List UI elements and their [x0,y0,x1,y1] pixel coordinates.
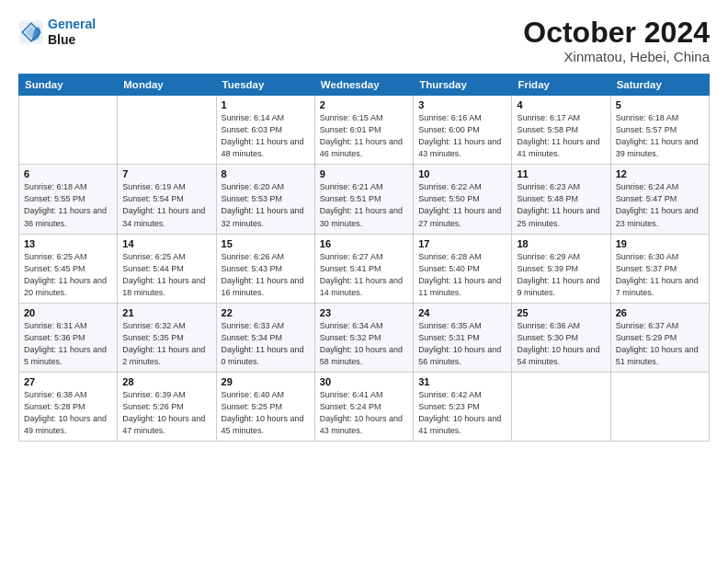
calendar-cell [610,372,709,441]
logo: General Blue [18,17,96,48]
calendar-cell: 31Sunrise: 6:42 AMSunset: 5:23 PMDayligh… [414,372,512,441]
calendar-subtitle: Xinmatou, Hebei, China [523,49,710,64]
day-info: Sunrise: 6:14 AMSunset: 6:03 PMDaylight:… [222,112,310,160]
calendar-cell: 29Sunrise: 6:40 AMSunset: 5:25 PMDayligh… [216,372,314,441]
day-info: Sunrise: 6:34 AMSunset: 5:32 PMDaylight:… [320,320,408,368]
day-number: 29 [222,376,310,387]
day-info: Sunrise: 6:25 AMSunset: 5:45 PMDaylight:… [24,251,112,299]
day-number: 14 [122,238,210,249]
calendar-week-row: 20Sunrise: 6:31 AMSunset: 5:36 PMDayligh… [19,303,710,372]
day-info: Sunrise: 6:33 AMSunset: 5:34 PMDaylight:… [222,320,310,368]
calendar-cell: 19Sunrise: 6:30 AMSunset: 5:37 PMDayligh… [610,234,709,303]
day-number: 23 [320,307,408,318]
day-number: 25 [517,307,605,318]
day-number: 28 [122,376,210,387]
calendar-cell: 7Sunrise: 6:19 AMSunset: 5:54 PMDaylight… [118,165,216,234]
day-info: Sunrise: 6:18 AMSunset: 5:55 PMDaylight:… [24,181,112,229]
calendar-cell: 23Sunrise: 6:34 AMSunset: 5:32 PMDayligh… [314,303,413,372]
calendar-cell: 3Sunrise: 6:16 AMSunset: 6:00 PMDaylight… [414,96,512,165]
day-number: 19 [616,238,704,249]
day-info: Sunrise: 6:40 AMSunset: 5:25 PMDaylight:… [222,389,310,437]
calendar-cell [19,96,118,165]
calendar-cell: 13Sunrise: 6:25 AMSunset: 5:45 PMDayligh… [19,234,118,303]
day-info: Sunrise: 6:19 AMSunset: 5:54 PMDaylight:… [122,181,210,229]
calendar-cell: 12Sunrise: 6:24 AMSunset: 5:47 PMDayligh… [610,165,709,234]
day-info: Sunrise: 6:16 AMSunset: 6:00 PMDaylight:… [418,112,506,160]
day-number: 18 [517,238,605,249]
day-number: 3 [418,99,506,110]
calendar-cell: 9Sunrise: 6:21 AMSunset: 5:51 PMDaylight… [314,165,413,234]
logo-text: General Blue [48,17,96,48]
header: General Blue October 2024 Xinmatou, Hebe… [18,17,710,64]
calendar-week-row: 1Sunrise: 6:14 AMSunset: 6:03 PMDaylight… [19,96,710,165]
day-number: 24 [418,307,506,318]
calendar-cell: 6Sunrise: 6:18 AMSunset: 5:55 PMDaylight… [19,165,118,234]
day-number: 31 [418,376,506,387]
calendar-cell: 24Sunrise: 6:35 AMSunset: 5:31 PMDayligh… [414,303,512,372]
calendar-cell: 20Sunrise: 6:31 AMSunset: 5:36 PMDayligh… [19,303,118,372]
day-number: 26 [616,307,704,318]
calendar-cell: 1Sunrise: 6:14 AMSunset: 6:03 PMDaylight… [216,96,314,165]
day-number: 30 [320,376,408,387]
weekday-header: Tuesday [216,75,314,96]
day-info: Sunrise: 6:15 AMSunset: 6:01 PMDaylight:… [320,112,408,160]
calendar-cell: 17Sunrise: 6:28 AMSunset: 5:40 PMDayligh… [414,234,512,303]
calendar-table: SundayMondayTuesdayWednesdayThursdayFrid… [18,74,710,442]
weekday-header-row: SundayMondayTuesdayWednesdayThursdayFrid… [19,75,710,96]
calendar-cell: 27Sunrise: 6:38 AMSunset: 5:28 PMDayligh… [19,372,118,441]
calendar-cell: 26Sunrise: 6:37 AMSunset: 5:29 PMDayligh… [610,303,709,372]
day-info: Sunrise: 6:38 AMSunset: 5:28 PMDaylight:… [24,389,112,437]
day-info: Sunrise: 6:24 AMSunset: 5:47 PMDaylight:… [616,181,704,229]
calendar-title: October 2024 [523,17,710,49]
day-info: Sunrise: 6:27 AMSunset: 5:41 PMDaylight:… [320,251,408,299]
day-number: 13 [24,238,112,249]
day-number: 1 [222,99,310,110]
day-number: 21 [122,307,210,318]
day-info: Sunrise: 6:31 AMSunset: 5:36 PMDaylight:… [24,320,112,368]
calendar-cell: 10Sunrise: 6:22 AMSunset: 5:50 PMDayligh… [414,165,512,234]
calendar-week-row: 27Sunrise: 6:38 AMSunset: 5:28 PMDayligh… [19,372,710,441]
day-number: 27 [24,376,112,387]
day-info: Sunrise: 6:17 AMSunset: 5:58 PMDaylight:… [517,112,605,160]
calendar-cell: 22Sunrise: 6:33 AMSunset: 5:34 PMDayligh… [216,303,314,372]
calendar-cell: 2Sunrise: 6:15 AMSunset: 6:01 PMDaylight… [314,96,413,165]
calendar-week-row: 13Sunrise: 6:25 AMSunset: 5:45 PMDayligh… [19,234,710,303]
day-number: 10 [418,168,506,179]
logo-line2: Blue [48,32,96,48]
day-info: Sunrise: 6:28 AMSunset: 5:40 PMDaylight:… [418,251,506,299]
calendar-cell: 25Sunrise: 6:36 AMSunset: 5:30 PMDayligh… [512,303,610,372]
weekday-header: Saturday [610,75,709,96]
weekday-header: Thursday [414,75,512,96]
calendar-cell: 30Sunrise: 6:41 AMSunset: 5:24 PMDayligh… [314,372,413,441]
day-number: 6 [24,168,112,179]
calendar-cell: 14Sunrise: 6:25 AMSunset: 5:44 PMDayligh… [118,234,216,303]
day-info: Sunrise: 6:23 AMSunset: 5:48 PMDaylight:… [517,181,605,229]
day-info: Sunrise: 6:32 AMSunset: 5:35 PMDaylight:… [122,320,210,368]
day-info: Sunrise: 6:29 AMSunset: 5:39 PMDaylight:… [517,251,605,299]
weekday-header: Monday [118,75,216,96]
day-number: 16 [320,238,408,249]
day-info: Sunrise: 6:21 AMSunset: 5:51 PMDaylight:… [320,181,408,229]
day-number: 7 [122,168,210,179]
day-info: Sunrise: 6:25 AMSunset: 5:44 PMDaylight:… [122,251,210,299]
calendar-cell: 11Sunrise: 6:23 AMSunset: 5:48 PMDayligh… [512,165,610,234]
calendar-cell: 4Sunrise: 6:17 AMSunset: 5:58 PMDaylight… [512,96,610,165]
day-number: 8 [222,168,310,179]
day-info: Sunrise: 6:41 AMSunset: 5:24 PMDaylight:… [320,389,408,437]
day-number: 5 [616,99,704,110]
calendar-cell: 21Sunrise: 6:32 AMSunset: 5:35 PMDayligh… [118,303,216,372]
day-number: 11 [517,168,605,179]
calendar-cell [512,372,610,441]
calendar-cell: 8Sunrise: 6:20 AMSunset: 5:53 PMDaylight… [216,165,314,234]
day-info: Sunrise: 6:20 AMSunset: 5:53 PMDaylight:… [222,181,310,229]
weekday-header: Sunday [19,75,118,96]
calendar-cell [118,96,216,165]
calendar-cell: 28Sunrise: 6:39 AMSunset: 5:26 PMDayligh… [118,372,216,441]
day-info: Sunrise: 6:26 AMSunset: 5:43 PMDaylight:… [222,251,310,299]
day-info: Sunrise: 6:39 AMSunset: 5:26 PMDaylight:… [122,389,210,437]
day-number: 12 [616,168,704,179]
day-number: 2 [320,99,408,110]
logo-line1: General [48,17,96,31]
calendar-cell: 5Sunrise: 6:18 AMSunset: 5:57 PMDaylight… [610,96,709,165]
calendar-cell: 16Sunrise: 6:27 AMSunset: 5:41 PMDayligh… [314,234,413,303]
